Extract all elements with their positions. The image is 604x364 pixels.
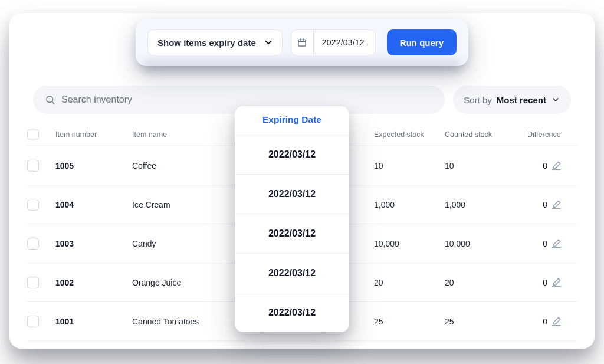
sort-value: Most recent (497, 95, 546, 105)
cell-difference: 0 (527, 161, 551, 170)
cell-item-name: Ice Cream (132, 200, 244, 209)
row-checkbox[interactable] (27, 316, 55, 327)
svg-point-0 (47, 96, 53, 103)
cell-counted: 10 (445, 161, 527, 170)
cell-item-name: Orange Juice (132, 278, 244, 287)
svg-line-1 (52, 101, 54, 103)
chevron-down-icon (263, 37, 274, 48)
cell-item-number: 1004 (55, 200, 132, 209)
cell-item-number: 1001 (55, 317, 132, 326)
edit-row-button[interactable] (551, 316, 577, 327)
col-difference: Difference (527, 130, 564, 139)
expiring-date-cell: 2022/03/12 (235, 253, 349, 293)
cell-difference: 0 (527, 239, 551, 248)
cell-expected: 10,000 (374, 239, 445, 248)
cell-item-number: 1002 (55, 278, 132, 287)
query-bar: Show items expiry date 2022/03/12 Run qu… (136, 19, 468, 66)
cell-expected: 20 (374, 278, 445, 287)
cell-expected: 10 (374, 161, 445, 170)
col-expected: Expected stock (374, 130, 445, 139)
cell-item-name: Candy (132, 239, 244, 248)
edit-row-button[interactable] (551, 199, 577, 210)
cell-expected: 25 (374, 317, 445, 326)
cell-counted: 10,000 (445, 239, 527, 248)
select-all-checkbox[interactable] (27, 129, 55, 140)
search-placeholder: Search inventory (61, 94, 132, 105)
row-checkbox[interactable] (27, 199, 55, 211)
cell-counted: 25 (445, 317, 527, 326)
col-counted: Counted stock (445, 130, 527, 139)
search-icon (45, 94, 55, 105)
expiring-date-popover: Expiring Date 2022/03/122022/03/122022/0… (235, 106, 349, 332)
run-query-button[interactable]: Run query (387, 29, 457, 55)
cell-item-number: 1003 (55, 239, 132, 248)
chevron-down-icon (551, 95, 560, 104)
expiring-date-cell: 2022/03/12 (235, 135, 349, 174)
date-value: 2022/03/12 (314, 38, 375, 47)
expiring-date-cell: 2022/03/12 (235, 293, 349, 332)
show-items-select[interactable]: Show items expiry date (147, 29, 283, 55)
date-input[interactable]: 2022/03/12 (291, 29, 376, 55)
col-item-name: Item name (132, 130, 244, 139)
cell-difference: 0 (527, 317, 551, 326)
run-query-label: Run query (400, 38, 444, 48)
expiring-date-cell: 2022/03/12 (235, 174, 349, 214)
cell-item-name: Coffee (132, 161, 244, 170)
sort-label: Sort by (464, 95, 492, 105)
expiring-date-cell: 2022/03/12 (235, 214, 349, 253)
row-checkbox[interactable] (27, 277, 55, 288)
edit-row-button[interactable] (551, 160, 577, 171)
edit-row-button[interactable] (551, 238, 577, 249)
select-label: Show items expiry date (157, 38, 256, 48)
cell-counted: 1,000 (445, 200, 527, 209)
row-checkbox[interactable] (27, 238, 55, 250)
cell-difference: 0 (527, 278, 551, 287)
edit-row-button[interactable] (551, 277, 577, 288)
expiring-date-title: Expiring Date (235, 106, 349, 135)
col-item-number: Item number (55, 130, 132, 139)
cell-counted: 20 (445, 278, 527, 287)
cell-expected: 1,000 (374, 200, 445, 209)
cell-item-name: Canned Tomatoes (132, 317, 244, 326)
calendar-icon (291, 30, 314, 55)
cell-item-number: 1005 (55, 161, 132, 170)
row-checkbox[interactable] (27, 160, 55, 172)
sort-dropdown[interactable]: Sort by Most recent (453, 86, 571, 114)
svg-rect-2 (298, 40, 306, 46)
cell-difference: 0 (527, 200, 551, 209)
